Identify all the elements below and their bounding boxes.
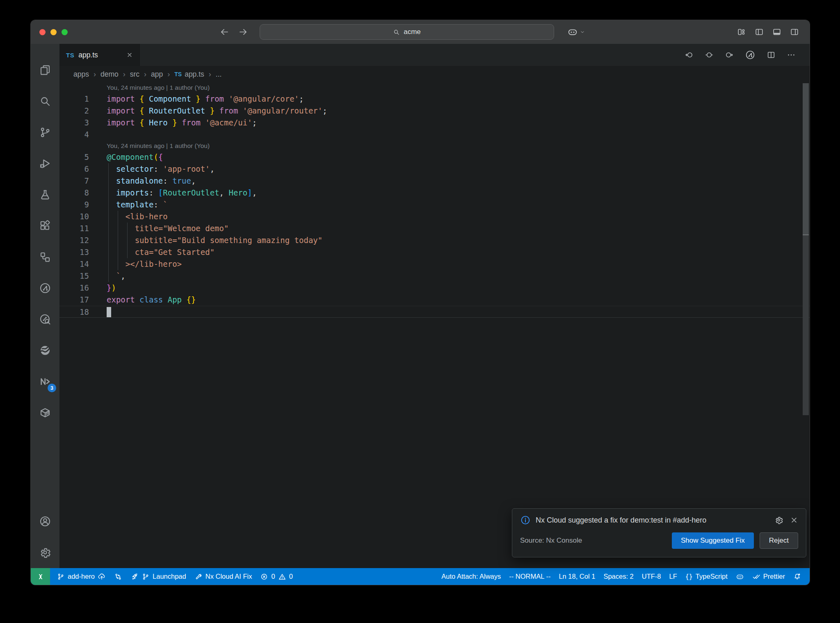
nx-graph-icon bbox=[39, 282, 51, 294]
status-item-problems[interactable]: 00 bbox=[256, 568, 297, 585]
close-window-button[interactable] bbox=[39, 29, 46, 35]
indent-guide bbox=[118, 211, 118, 223]
nav-circle-icon[interactable] bbox=[705, 50, 714, 59]
code-editor[interactable]: You, 24 minutes ago | 1 author (You)1imp… bbox=[59, 82, 810, 568]
breadcrumb-label: apps bbox=[73, 70, 89, 79]
status-item-copilot-status[interactable] bbox=[732, 568, 748, 585]
status-item-branch[interactable]: add-hero bbox=[52, 568, 110, 585]
nav-forward-circle-icon[interactable] bbox=[725, 50, 734, 59]
activity-bar-item-extensions[interactable] bbox=[31, 210, 59, 241]
breadcrumb-label: ... bbox=[216, 70, 222, 79]
arrow-left-icon[interactable] bbox=[219, 27, 229, 37]
graph-circle-icon[interactable] bbox=[745, 50, 756, 60]
code-token: import bbox=[107, 94, 139, 103]
swirl-icon bbox=[39, 344, 51, 357]
gear-icon bbox=[774, 516, 783, 525]
layout-sidebar-left-icon[interactable] bbox=[755, 27, 764, 36]
status-item-label: LF bbox=[669, 573, 677, 580]
breadcrumb-item[interactable]: apps bbox=[73, 70, 89, 79]
nav-back-circle-icon[interactable] bbox=[685, 50, 694, 59]
activity-bar-item-source-control[interactable] bbox=[31, 117, 59, 148]
line-number: 11 bbox=[59, 223, 89, 234]
command-center-search[interactable]: acme bbox=[260, 24, 554, 40]
code-line-14: 14 ></lib-hero> bbox=[59, 258, 810, 270]
breadcrumb-label: src bbox=[130, 70, 139, 79]
activity-bar-item-settings[interactable] bbox=[31, 537, 59, 568]
info-icon bbox=[520, 515, 531, 525]
activity-bar-item-nx-graph[interactable] bbox=[31, 273, 59, 304]
activity-bar-item-testing[interactable] bbox=[31, 179, 59, 210]
title-bar: acme bbox=[31, 20, 810, 44]
breadcrumb-item[interactable]: src bbox=[130, 70, 139, 79]
activity-bar-item-nx-graph-focus[interactable] bbox=[31, 304, 59, 335]
run-debug-icon bbox=[39, 157, 51, 170]
status-item-encoding[interactable]: UTF-8 bbox=[638, 568, 665, 585]
breadcrumb-separator: › bbox=[94, 70, 96, 79]
tab-bar: TS app.ts bbox=[59, 44, 810, 66]
code-token: , bbox=[121, 271, 125, 280]
code-token: subtitle="Build something amazing today" bbox=[107, 236, 322, 245]
breadcrumb-item[interactable]: demo bbox=[100, 70, 119, 79]
line-number: 16 bbox=[59, 282, 89, 294]
activity-bar-item-accounts[interactable] bbox=[31, 506, 59, 537]
status-item-label: 0 bbox=[289, 573, 293, 580]
status-item-launchpad[interactable]: Launchpad bbox=[126, 568, 190, 585]
arrow-right-icon[interactable] bbox=[238, 27, 248, 37]
customize-layout-icon[interactable] bbox=[737, 27, 746, 36]
activity-bar-item-search[interactable] bbox=[31, 86, 59, 117]
code-token: <lib-hero bbox=[107, 212, 168, 221]
split-editor-icon[interactable] bbox=[767, 50, 776, 59]
activity-bar-item-explorer[interactable] bbox=[31, 55, 59, 86]
status-item-formatter[interactable]: Prettier bbox=[748, 568, 789, 585]
status-item-label: Ln 18, Col 1 bbox=[559, 573, 595, 580]
error-icon bbox=[260, 573, 268, 581]
activity-bar-item-project-structure[interactable] bbox=[31, 241, 59, 273]
indent-guide bbox=[108, 211, 109, 223]
status-item-label: Auto Attach: Always bbox=[441, 573, 501, 580]
line-content: import { Hero } from '@acme/ui'; bbox=[107, 117, 810, 129]
close-tab-icon[interactable] bbox=[126, 52, 133, 58]
breadcrumb-label: app.ts bbox=[185, 70, 204, 79]
activity-bar-item-nx-console[interactable]: 3 bbox=[31, 366, 59, 397]
layout-sidebar-right-icon[interactable] bbox=[790, 27, 799, 36]
line-content: template: ` bbox=[107, 199, 810, 211]
line-number: 6 bbox=[59, 163, 89, 175]
status-item-nx-cloud-ai-fix[interactable]: Nx Cloud AI Fix bbox=[190, 568, 256, 585]
chevron-down-icon[interactable] bbox=[580, 29, 585, 35]
more-actions-icon[interactable] bbox=[787, 50, 796, 59]
status-item-cursor-position[interactable]: Ln 18, Col 1 bbox=[555, 568, 599, 585]
status-item-vim-mode[interactable]: -- NORMAL -- bbox=[505, 568, 555, 585]
line-content: title="Welcmoe demo" bbox=[107, 223, 810, 234]
indent-guide bbox=[108, 258, 109, 270]
layout-panel-icon[interactable] bbox=[772, 27, 781, 36]
indent-guide bbox=[127, 234, 128, 246]
code-line-6: 6 selector: 'app-root', bbox=[59, 163, 810, 175]
status-item-auto-attach[interactable]: Auto Attach: Always bbox=[437, 568, 505, 585]
zoom-window-button[interactable] bbox=[62, 29, 68, 35]
close-icon bbox=[790, 516, 798, 524]
activity-bar: 3 bbox=[31, 44, 59, 568]
remote-indicator[interactable] bbox=[31, 568, 50, 585]
status-item-language-mode[interactable]: {}TypeScript bbox=[681, 568, 732, 585]
notification-settings-icon[interactable] bbox=[774, 516, 783, 525]
activity-bar-item-console-swirl[interactable] bbox=[31, 335, 59, 366]
activity-bar-item-package[interactable] bbox=[31, 397, 59, 428]
activity-bar-item-run-and-debug[interactable] bbox=[31, 148, 59, 179]
status-item-indentation[interactable]: Spaces: 2 bbox=[599, 568, 637, 585]
indent-guide bbox=[118, 234, 118, 246]
status-item-notifications-bell[interactable] bbox=[789, 568, 806, 585]
show-suggested-fix-button[interactable]: Show Suggested Fix bbox=[672, 532, 754, 549]
reject-button[interactable]: Reject bbox=[760, 532, 798, 549]
code-token: } bbox=[107, 283, 111, 292]
copilot-icon[interactable] bbox=[567, 27, 578, 37]
notification-close-icon[interactable] bbox=[790, 516, 798, 525]
breadcrumb-item[interactable]: ... bbox=[216, 70, 222, 79]
status-item-eol[interactable]: LF bbox=[665, 568, 681, 585]
breadcrumb-item[interactable]: TSapp.ts bbox=[174, 70, 204, 79]
tab-app-ts[interactable]: TS app.ts bbox=[59, 44, 140, 66]
breadcrumb-separator: › bbox=[123, 70, 126, 79]
breadcrumb-item[interactable]: app bbox=[151, 70, 163, 79]
line-number: 10 bbox=[59, 211, 89, 223]
minimize-window-button[interactable] bbox=[50, 29, 57, 35]
status-item-compare[interactable] bbox=[110, 568, 126, 585]
